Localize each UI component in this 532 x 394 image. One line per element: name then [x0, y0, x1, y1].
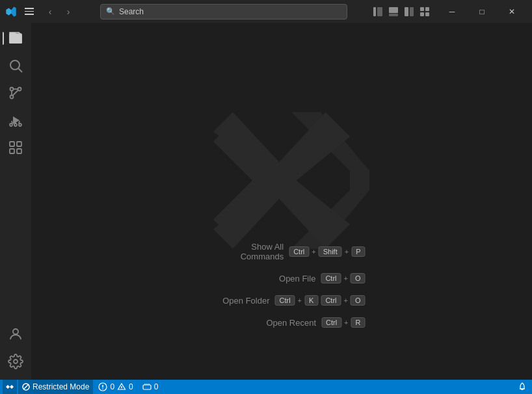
plus-folder-2: + — [344, 296, 348, 304]
kbd-ctrl-folder: Ctrl — [321, 295, 341, 306]
shortcut-label-commands: Show AllCommands — [212, 242, 284, 261]
ports-icon — [142, 382, 152, 391]
svg-line-26 — [23, 384, 29, 389]
notifications-bell[interactable] — [515, 380, 529, 394]
vscode-logo — [5, 6, 17, 18]
svg-point-23 — [13, 329, 18, 334]
plus-recent: + — [344, 319, 348, 326]
plus-file: + — [344, 274, 348, 282]
shortcut-label-openrecent: Open Recent — [245, 318, 316, 328]
shortcut-label-openfile: Open File — [244, 274, 315, 283]
shortcut-keys-openfolder: Ctrl + K Ctrl + O — [275, 295, 366, 306]
activity-explorer[interactable] — [3, 25, 29, 51]
warning-icon — [117, 382, 126, 391]
svg-rect-2 — [389, 7, 398, 13]
shortcut-row-openrecent: Open Recent Ctrl + R — [245, 317, 366, 328]
svg-rect-8 — [420, 12, 424, 16]
activity-account[interactable] — [3, 321, 29, 347]
title-bar-right: ─ □ ✕ — [371, 0, 527, 23]
nav-back-button[interactable]: ‹ — [42, 3, 59, 20]
kbd-ctrl-file: Ctrl — [321, 273, 341, 283]
menu-icon[interactable] — [22, 5, 36, 19]
window-controls: ─ □ ✕ — [437, 0, 527, 23]
svg-rect-7 — [425, 7, 429, 11]
activity-extensions[interactable] — [3, 135, 29, 161]
activity-bar-top — [3, 25, 29, 321]
svg-point-15 — [10, 88, 14, 91]
svg-rect-9 — [425, 12, 429, 16]
kbd-ctrl-recent: Ctrl — [321, 317, 341, 328]
svg-point-18 — [19, 124, 21, 126]
status-bar-right — [515, 380, 529, 394]
status-errors[interactable]: 0 0 — [94, 380, 137, 394]
shortcut-row-openfolder: Open Folder Ctrl + K Ctrl + O — [198, 295, 366, 306]
maximize-button[interactable]: □ — [467, 0, 497, 23]
shortcut-row-openfile: Open File Ctrl + O — [244, 273, 365, 283]
layout-sidebar-button[interactable] — [371, 5, 385, 19]
close-button[interactable]: ✕ — [497, 0, 527, 23]
main-area: Show AllCommands Ctrl + Shift + P Open F… — [0, 23, 532, 380]
activity-settings[interactable] — [3, 348, 29, 374]
search-bar[interactable]: 🔍 — [100, 4, 347, 20]
kbd-o: O — [351, 273, 366, 283]
svg-point-11 — [10, 60, 20, 70]
welcome-panel: Show AllCommands Ctrl + Shift + P Open F… — [198, 242, 366, 328]
kbd-r: R — [351, 317, 366, 328]
svg-point-16 — [14, 124, 17, 126]
shortcut-row-commands: Show AllCommands Ctrl + Shift + P — [212, 242, 365, 261]
editor-area: Show AllCommands Ctrl + Shift + P Open F… — [31, 23, 532, 380]
activity-bar-bottom — [3, 321, 29, 377]
plus-1: + — [312, 248, 315, 256]
kbd-ctrl-k: Ctrl — [275, 295, 295, 306]
warning-count: 0 — [129, 382, 133, 391]
shortcut-label-openfolder: Open Folder — [198, 296, 270, 306]
layout-panel-button[interactable] — [386, 5, 401, 19]
shortcut-keys-commands: Ctrl + Shift + P — [289, 246, 365, 257]
activity-run-debug[interactable] — [3, 107, 29, 133]
nav-forward-button[interactable]: › — [60, 3, 77, 20]
status-bar-left: Restricted Mode 0 0 0 — [3, 380, 162, 394]
svg-rect-6 — [420, 7, 424, 11]
search-input[interactable] — [119, 7, 341, 16]
bell-icon — [518, 382, 527, 391]
remote-icon — [5, 382, 14, 391]
activity-source-control[interactable] — [3, 80, 29, 106]
minimize-button[interactable]: ─ — [437, 0, 467, 23]
activity-bar — [0, 23, 31, 380]
svg-point-13 — [10, 96, 14, 99]
title-bar-left: ‹ › — [5, 3, 77, 20]
svg-rect-5 — [410, 7, 414, 16]
error-icon — [98, 382, 107, 391]
restricted-mode-icon — [22, 383, 30, 391]
layout-customize-button[interactable] — [418, 5, 432, 19]
plus-2: + — [345, 248, 349, 256]
svg-point-17 — [10, 124, 12, 126]
title-bar: ‹ › 🔍 — [0, 0, 532, 23]
svg-rect-0 — [373, 7, 376, 16]
status-remote-icon[interactable] — [3, 380, 17, 394]
status-ports[interactable]: 0 — [139, 380, 163, 394]
kbd-shift: Shift — [319, 246, 342, 257]
status-bar: Restricted Mode 0 0 0 — [0, 380, 532, 394]
nav-buttons: ‹ › — [42, 3, 77, 20]
restricted-mode-label: Restricted Mode — [33, 382, 89, 391]
svg-point-14 — [18, 88, 21, 91]
svg-line-12 — [19, 69, 23, 73]
error-count: 0 — [110, 382, 114, 391]
restricted-mode-item[interactable]: Restricted Mode — [18, 380, 93, 394]
svg-rect-4 — [405, 7, 408, 16]
svg-point-29 — [103, 388, 104, 389]
layout-split-button[interactable] — [402, 5, 416, 19]
svg-rect-20 — [17, 142, 21, 146]
plus-folder-1: + — [298, 296, 302, 304]
svg-rect-1 — [377, 7, 382, 16]
svg-rect-19 — [10, 142, 14, 146]
layout-buttons — [371, 5, 432, 19]
svg-rect-32 — [143, 385, 151, 389]
kbd-ctrl: Ctrl — [289, 246, 309, 257]
kbd-p: P — [351, 246, 365, 257]
svg-point-24 — [14, 360, 18, 363]
kbd-k: K — [304, 295, 318, 306]
search-icon: 🔍 — [106, 7, 115, 16]
activity-search[interactable] — [3, 53, 29, 79]
